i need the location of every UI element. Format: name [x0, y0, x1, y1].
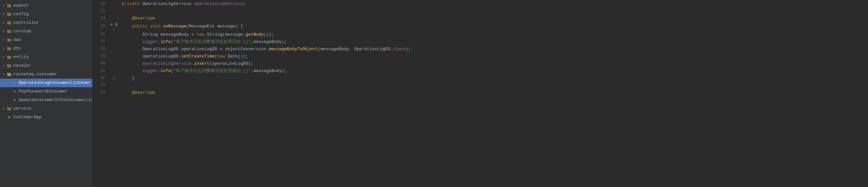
svg-rect-9 — [7, 39, 9, 40]
sidebar-item-label: rocketmq.consumer — [13, 71, 57, 78]
bookmark-gutter-icon: ◇ — [113, 27, 115, 31]
sidebar-item-label: corntab — [13, 28, 31, 35]
sidebar-item-dao[interactable]: dao — [0, 36, 92, 44]
line-gutter — [109, 38, 119, 45]
svg-rect-7 — [7, 30, 9, 31]
line-content: public void onMessage(MessageExt message… — [119, 22, 868, 31]
line-number: 35 — [93, 22, 109, 31]
line-content: operationLogDO.setCreateTime(new Date())… — [119, 52, 868, 60]
code-line-32: 32 private OperationLogService operation… — [93, 0, 868, 7]
sidebar-item-label: OperationLogConsumerListener — [19, 79, 91, 86]
sidebar-item-update-customer-info-consumer-listener[interactable]: ⊙ UpdateCustomerInfoConsumerListener — [0, 96, 92, 104]
code-line-39: 39 operationLogDO.setCreateTime(new Date… — [93, 52, 868, 60]
line-content: logger.info("客户操作日志消费者消息处理成功:{}",message… — [119, 67, 868, 74]
line-gutter — [109, 7, 119, 14]
code-content: 32 private OperationLogService operation… — [93, 0, 868, 96]
code-line-36: 36 String messageBody = new String(messa… — [93, 31, 868, 38]
sidebar-item-label: service — [13, 105, 31, 112]
sidebar-item-handler[interactable]: handler — [0, 62, 92, 70]
line-gutter — [109, 52, 119, 60]
sidebar-item-config[interactable]: config — [0, 10, 92, 18]
line-number: 40 — [93, 60, 109, 67]
line-content — [119, 82, 868, 89]
line-number: 41 — [93, 67, 109, 74]
at-gutter-icon: @ — [116, 23, 118, 27]
line-number: 34 — [93, 14, 109, 22]
svg-rect-19 — [7, 107, 9, 108]
line-gutter — [109, 14, 119, 22]
line-content: private OperationLogService operationLog… — [119, 0, 868, 7]
line-gutter — [109, 45, 119, 52]
folder-icon — [7, 63, 12, 68]
sidebar-item-controller[interactable]: controller — [0, 18, 92, 27]
java-file-icon: ⊙ — [12, 89, 17, 94]
folder-icon — [7, 29, 12, 34]
line-number: 37 — [93, 38, 109, 45]
sidebar-item-label: config — [13, 10, 29, 18]
java-file-icon: ⊙ — [12, 80, 17, 85]
sidebar-item-rocketmq-consumer[interactable]: rocketmq.consumer — [0, 70, 92, 79]
code-line-33: 33 — [93, 7, 868, 14]
sidebar-item-customer-app[interactable]: ✿ CustomerApp — [0, 113, 92, 121]
sidebar-item-service[interactable]: service — [0, 104, 92, 113]
line-gutter — [109, 89, 119, 96]
line-content: @Override — [119, 89, 868, 96]
sidebar-item-corntab[interactable]: corntab — [0, 27, 92, 36]
folder-icon — [7, 37, 12, 43]
line-content: } — [119, 74, 868, 82]
line-content: logger.info("客户操作日志消费者消息处理开始:{}",message… — [119, 38, 868, 45]
line-content — [119, 7, 868, 14]
file-tree[interactable]: aspect config controller — [0, 0, 93, 187]
line-number: 36 — [93, 31, 109, 38]
folder-icon — [7, 11, 12, 17]
java-file-icon: ⊙ — [12, 98, 17, 103]
code-line-43: 43 — [93, 82, 868, 89]
sidebar-item-label: dto — [13, 45, 21, 52]
svg-rect-5 — [7, 22, 9, 23]
line-number: 39 — [93, 52, 109, 60]
line-content: String messageBody = new String(message.… — [119, 31, 868, 38]
svg-rect-3 — [7, 13, 9, 14]
line-gutter — [109, 67, 119, 74]
sidebar-item-pay-password-consumer[interactable]: ⊙ PayPasswordConsumer — [0, 87, 92, 96]
sidebar-item-dto[interactable]: dto — [0, 44, 92, 53]
sidebar-item-aspect[interactable]: aspect — [0, 1, 92, 10]
sidebar-item-operation-log-consumer-listener[interactable]: ⊙ OperationLogConsumerListener — [0, 79, 92, 87]
code-line-34: 34 @Override — [93, 14, 868, 22]
sidebar-item-label: UpdateCustomerInfoConsumerListener — [19, 97, 93, 104]
code-line-37: 37 logger.info("客户操作日志消费者消息处理开始:{}",mess… — [93, 38, 868, 45]
svg-rect-15 — [7, 65, 9, 66]
chevron-icon — [1, 54, 7, 60]
folder-open-icon — [7, 72, 12, 77]
chevron-icon — [1, 20, 7, 26]
folder-icon — [7, 106, 12, 111]
code-editor[interactable]: 32 private OperationLogService operation… — [93, 0, 868, 187]
line-number: 32 — [93, 0, 109, 7]
code-line-38: 38 OperationLogDO operationLogDO = objec… — [93, 45, 868, 52]
line-gutter: ◇ — [109, 74, 119, 82]
run-gutter-icon[interactable]: ▶ — [111, 22, 113, 27]
line-content: @Override — [119, 14, 868, 22]
folder-icon — [7, 46, 12, 51]
chevron-icon — [1, 3, 7, 8]
chevron-icon — [1, 37, 7, 43]
svg-rect-13 — [7, 56, 9, 57]
line-number: 38 — [93, 45, 109, 52]
line-gutter — [109, 82, 119, 89]
folder-icon — [7, 3, 12, 8]
sidebar-item-label: handler — [13, 62, 31, 69]
folder-icon — [7, 54, 12, 60]
line-number: 44 — [93, 89, 109, 96]
code-line-44: 44 @Override — [93, 89, 868, 96]
line-gutter — [109, 60, 119, 67]
line-content: OperationLogDO operationLogDO = objectCo… — [119, 45, 868, 52]
chevron-icon — [1, 29, 7, 34]
line-gutter — [109, 31, 119, 38]
code-line-35: 35 ▶ @ ◇ public void onMessage(MessageEx… — [93, 22, 868, 31]
code-line-42: 42 ◇ } — [93, 74, 868, 82]
line-gutter: ▶ @ ◇ — [109, 22, 119, 31]
sidebar-item-entity[interactable]: entity — [0, 53, 92, 62]
chevron-icon — [1, 46, 7, 51]
line-gutter — [109, 0, 119, 7]
line-number: 33 — [93, 7, 109, 14]
